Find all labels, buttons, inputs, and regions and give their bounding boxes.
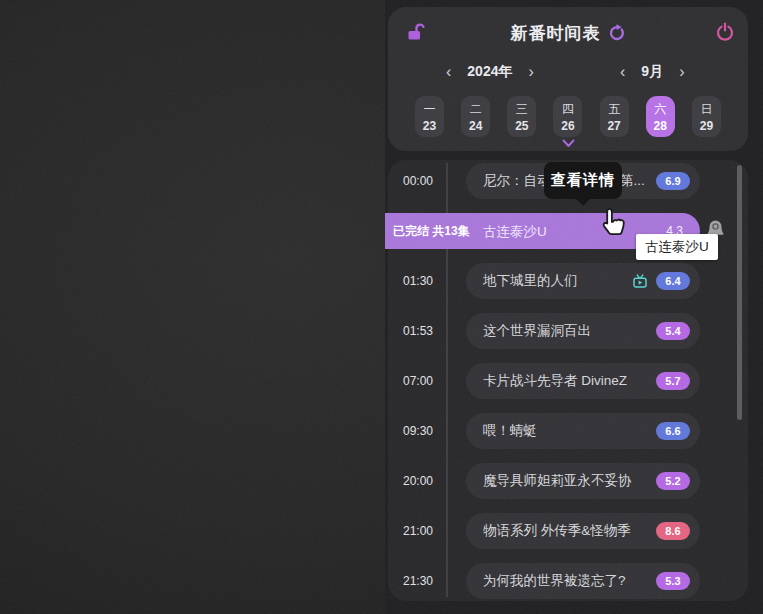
show-title: 这个世界漏洞百出 (483, 322, 591, 340)
title-wrap: 新番时间表 (388, 19, 748, 47)
year-nav: ‹ 2024年 › (444, 62, 536, 82)
time-label: 09:30 (394, 413, 442, 449)
date-label: 28 (654, 119, 667, 133)
time-label: 20:00 (394, 463, 442, 499)
show-row[interactable]: 魔导具师妲莉亚永不妥协5.2 (466, 463, 700, 499)
show-row[interactable]: 地下城里的人们6.4 (466, 263, 700, 299)
day-button-25[interactable]: 三25 (507, 96, 536, 137)
weekday-label: 二 (470, 101, 482, 118)
date-label: 27 (607, 119, 620, 133)
hover-tooltip: 古连泰沙U (636, 234, 718, 260)
day-button-28[interactable]: 六28 (646, 96, 675, 137)
month-nav: ‹ 9月 › (618, 62, 686, 82)
score-badge: 6.6 (656, 422, 690, 440)
date-label: 23 (423, 119, 436, 133)
date-label: 26 (561, 119, 574, 133)
schedule-app: 新番时间表 ‹ 2024年 › ‹ (385, 0, 763, 614)
show-row[interactable]: 这个世界漏洞百出5.4 (466, 313, 700, 349)
time-label: 21:30 (394, 563, 442, 599)
score-badge: 5.4 (656, 322, 690, 340)
date-label: 24 (469, 119, 482, 133)
show-row[interactable]: 卡片战斗先导者 DivineZ5.7 (466, 363, 700, 399)
time-label: 01:53 (394, 313, 442, 349)
power-icon[interactable] (715, 22, 735, 42)
weekday-label: 五 (608, 101, 620, 118)
tv-icon (632, 273, 648, 289)
month-value: 9月 (641, 63, 663, 81)
day-button-26[interactable]: 四26 (553, 96, 582, 137)
score-badge: 5.7 (656, 372, 690, 390)
show-row[interactable]: 喂！蜻蜓6.6 (466, 413, 700, 449)
day-button-23[interactable]: 一23 (415, 96, 444, 137)
show-title: 地下城里的人们 (483, 272, 578, 290)
header-card: 新番时间表 ‹ 2024年 › ‹ (388, 7, 748, 151)
time-label: 07:00 (394, 363, 442, 399)
day-button-27[interactable]: 五27 (600, 96, 629, 137)
score-badge: 5.3 (656, 572, 690, 590)
score-badge: 5.2 (656, 472, 690, 490)
show-row[interactable]: 为何我的世界被遗忘了?5.3 (466, 563, 700, 599)
weekday-label: 六 (654, 101, 666, 118)
show-title: 为何我的世界被遗忘了? (483, 572, 626, 590)
chevron-down-icon[interactable] (562, 139, 575, 148)
desktop: 新番时间表 ‹ 2024年 › ‹ (0, 0, 763, 614)
action-tooltip: 查看详情 (544, 162, 622, 199)
weekday-label: 四 (562, 101, 574, 118)
weekday-strip: 一23二24三25四26五27六28日29 (388, 96, 748, 137)
show-title: 魔导具师妲莉亚永不妥协 (483, 472, 632, 490)
date-label: 25 (515, 119, 528, 133)
weekday-label: 日 (700, 101, 712, 118)
show-title: 古连泰沙U (483, 223, 547, 241)
schedule-list: 00:00尼尔：自动第...6.9已完结 共13集古连泰沙U4.301:30地下… (388, 160, 748, 601)
date-nav: ‹ 2024年 › ‹ 9月 › (388, 62, 748, 86)
weekday-label: 三 (516, 101, 528, 118)
time-label: 00:00 (394, 163, 442, 199)
show-row[interactable]: 物语系列 外传季&怪物季8.6 (466, 513, 700, 549)
day-button-24[interactable]: 二24 (461, 96, 490, 137)
score-badge: 6.4 (656, 272, 690, 290)
month-next-button[interactable]: › (677, 62, 686, 82)
page-title: 新番时间表 (511, 22, 601, 45)
month-prev-button[interactable]: ‹ (618, 62, 627, 82)
scrollbar[interactable] (737, 165, 742, 420)
day-button-29[interactable]: 日29 (692, 96, 721, 137)
show-title: 喂！蜻蜓 (483, 422, 537, 440)
status-badge: 已完结 共13集 (393, 223, 470, 240)
refresh-icon[interactable] (608, 24, 626, 42)
time-label: 01:30 (394, 263, 442, 299)
weekday-label: 一 (424, 101, 436, 118)
score-badge: 6.9 (656, 172, 690, 190)
show-title: 物语系列 外传季&怪物季 (483, 522, 631, 540)
year-next-button[interactable]: › (526, 62, 535, 82)
score-badge: 8.6 (656, 522, 690, 540)
show-title: 卡片战斗先导者 DivineZ (483, 372, 627, 390)
show-title: 尼尔：自动 (483, 172, 551, 190)
header-top: 新番时间表 (388, 19, 748, 47)
date-label: 29 (700, 119, 713, 133)
year-value: 2024年 (467, 63, 512, 81)
year-prev-button[interactable]: ‹ (444, 62, 453, 82)
show-title-truncated: 第... (620, 172, 645, 190)
time-label: 21:00 (394, 513, 442, 549)
